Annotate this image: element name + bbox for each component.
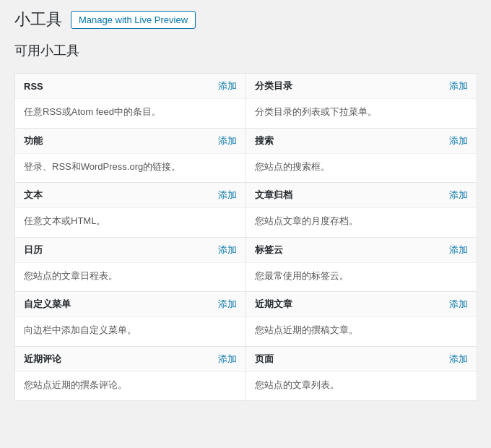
widget-header: 功能添加 — [15, 129, 246, 154]
widget-card: 页面添加您站点的文章列表。 — [246, 346, 477, 402]
add-widget-button[interactable]: 添加 — [449, 134, 468, 147]
add-widget-button[interactable]: 添加 — [218, 244, 237, 257]
widget-header: 分类目录添加 — [246, 74, 477, 99]
add-widget-button[interactable]: 添加 — [218, 298, 237, 311]
widget-card: 近期文章添加您站点近期的撰稿文章。 — [246, 291, 477, 347]
add-widget-button[interactable]: 添加 — [449, 353, 468, 366]
widget-name: 分类目录 — [255, 79, 292, 92]
widget-header: 搜索添加 — [246, 129, 477, 154]
widget-card: 分类目录添加分类目录的列表或下拉菜单。 — [246, 73, 477, 129]
widget-card: 标签云添加您最常使用的标签云。 — [246, 237, 477, 293]
widget-name: 近期文章 — [255, 298, 292, 311]
widget-header: 近期文章添加 — [246, 292, 477, 317]
widget-description: 任意文本或HTML。 — [15, 208, 246, 237]
widgets-grid: RSS添加任意RSS或Atom feed中的条目。分类目录添加分类目录的列表或下… — [14, 74, 477, 401]
widget-card: 文本添加任意文本或HTML。 — [14, 182, 246, 238]
widget-header: RSS添加 — [15, 74, 246, 99]
widget-description: 您最常使用的标签云。 — [246, 263, 477, 292]
section-title: 可用小工具 — [14, 42, 477, 64]
widget-description: 向边栏中添加自定义菜单。 — [15, 317, 246, 346]
widget-name: 页面 — [255, 353, 274, 366]
widget-name: 文本 — [24, 189, 43, 202]
page-header: 小工具 Manage with Live Preview — [14, 9, 477, 30]
widget-name: 文章归档 — [255, 189, 292, 202]
widget-name: RSS — [24, 81, 43, 92]
widget-card: 搜索添加您站点的搜索框。 — [246, 128, 477, 184]
widget-header: 文本添加 — [15, 183, 246, 208]
widget-description: 登录、RSS和WordPress.org的链接。 — [15, 154, 246, 183]
widget-name: 标签云 — [255, 244, 283, 257]
add-widget-button[interactable]: 添加 — [449, 244, 468, 257]
widget-name: 自定义菜单 — [24, 298, 71, 311]
widget-header: 页面添加 — [246, 347, 477, 372]
add-widget-button[interactable]: 添加 — [218, 353, 237, 366]
widget-description: 您站点的文章列表。 — [246, 372, 477, 401]
widget-header: 日历添加 — [15, 238, 246, 263]
widget-card: 自定义菜单添加向边栏中添加自定义菜单。 — [14, 291, 246, 347]
page-title: 小工具 — [14, 9, 62, 30]
live-preview-button[interactable]: Manage with Live Preview — [71, 11, 196, 29]
widget-description: 您站点的搜索框。 — [246, 154, 477, 183]
widget-description: 您站点近期的撰稿文章。 — [246, 317, 477, 346]
widget-name: 功能 — [24, 134, 43, 147]
add-widget-button[interactable]: 添加 — [218, 189, 237, 202]
widget-description: 您站点近期的撰条评论。 — [15, 372, 246, 401]
widget-card: 日历添加您站点的文章日程表。 — [14, 237, 246, 293]
add-widget-button[interactable]: 添加 — [449, 189, 468, 202]
widget-header: 近期评论添加 — [15, 347, 246, 372]
widget-header: 文章归档添加 — [246, 183, 477, 208]
widget-name: 近期评论 — [24, 353, 61, 366]
widget-card: 文章归档添加您站点文章的月度存档。 — [246, 182, 477, 238]
add-widget-button[interactable]: 添加 — [449, 79, 468, 92]
widget-name: 日历 — [24, 244, 43, 257]
widget-description: 您站点的文章日程表。 — [15, 263, 246, 292]
widget-card: 功能添加登录、RSS和WordPress.org的链接。 — [14, 128, 246, 184]
widget-header: 自定义菜单添加 — [15, 292, 246, 317]
widget-description: 任意RSS或Atom feed中的条目。 — [15, 99, 246, 128]
add-widget-button[interactable]: 添加 — [218, 134, 237, 147]
widget-description: 您站点文章的月度存档。 — [246, 208, 477, 237]
widget-description: 分类目录的列表或下拉菜单。 — [246, 99, 477, 128]
widget-header: 标签云添加 — [246, 238, 477, 263]
widget-card: 近期评论添加您站点近期的撰条评论。 — [14, 346, 246, 402]
add-widget-button[interactable]: 添加 — [218, 79, 237, 92]
widget-name: 搜索 — [255, 134, 274, 147]
add-widget-button[interactable]: 添加 — [449, 298, 468, 311]
widget-card: RSS添加任意RSS或Atom feed中的条目。 — [14, 73, 246, 129]
